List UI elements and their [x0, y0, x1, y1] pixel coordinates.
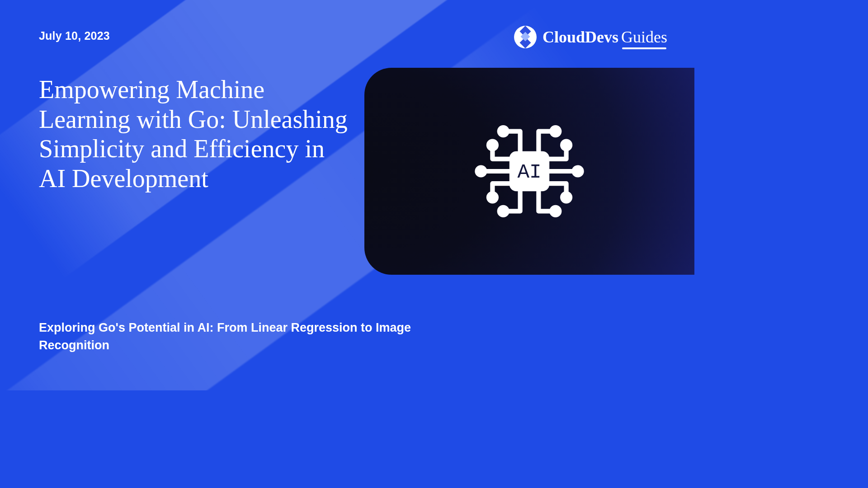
ai-chip-icon: AI [453, 94, 606, 248]
brand-block: CloudDevs Guides [514, 25, 667, 49]
svg-point-7 [549, 125, 561, 137]
page-subtitle: Exploring Go's Potential in AI: From Lin… [39, 319, 464, 354]
brand-underline [622, 47, 666, 49]
svg-point-14 [572, 165, 584, 177]
page-title: Empowering Machine Learning with Go: Unl… [39, 75, 355, 193]
svg-point-8 [497, 205, 509, 217]
svg-point-12 [486, 191, 499, 203]
brand-text: CloudDevs Guides [542, 28, 667, 47]
svg-point-15 [560, 191, 572, 203]
ai-chip-label: AI [517, 161, 541, 183]
svg-point-9 [549, 205, 561, 217]
svg-point-13 [560, 139, 572, 151]
clouddevs-logo-icon [514, 25, 537, 49]
hero-card: AI [364, 68, 694, 275]
brand-suffix: Guides [621, 28, 667, 46]
svg-point-6 [497, 125, 509, 137]
publish-date: July 10, 2023 [39, 29, 110, 42]
brand-main: CloudDevs [542, 28, 618, 47]
svg-point-11 [475, 165, 487, 177]
svg-point-10 [486, 139, 499, 151]
